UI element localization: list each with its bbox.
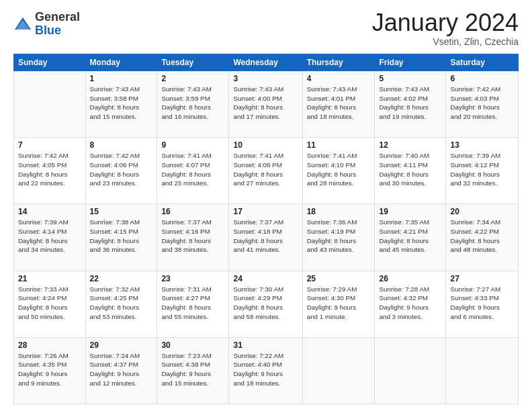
calendar-cell: 18Sunrise: 7:36 AM Sunset: 4:19 PM Dayli… [302,204,375,271]
calendar-cell: 21Sunrise: 7:33 AM Sunset: 4:24 PM Dayli… [14,271,86,337]
calendar-cell: 17Sunrise: 7:37 AM Sunset: 4:18 PM Dayli… [229,204,302,271]
calendar-cell [375,337,446,404]
calendar-cell: 26Sunrise: 7:28 AM Sunset: 4:32 PM Dayli… [375,271,446,337]
calendar-cell: 10Sunrise: 7:41 AM Sunset: 4:08 PM Dayli… [229,138,302,204]
day-number: 11 [307,140,371,150]
day-info: Sunrise: 7:36 AM Sunset: 4:19 PM Dayligh… [307,218,371,255]
weekday-header: Wednesday [229,54,302,71]
day-number: 21 [18,274,81,283]
day-number: 6 [450,74,514,83]
day-info: Sunrise: 7:26 AM Sunset: 4:35 PM Dayligh… [18,351,81,388]
day-info: Sunrise: 7:43 AM Sunset: 3:59 PM Dayligh… [161,85,224,122]
day-number: 10 [233,140,298,150]
day-number: 16 [161,207,224,216]
day-info: Sunrise: 7:38 AM Sunset: 4:15 PM Dayligh… [90,218,153,255]
weekday-header: Tuesday [157,54,229,71]
day-info: Sunrise: 7:40 AM Sunset: 4:11 PM Dayligh… [379,151,441,188]
calendar-cell: 11Sunrise: 7:41 AM Sunset: 4:10 PM Dayli… [302,138,375,204]
day-info: Sunrise: 7:43 AM Sunset: 3:58 PM Dayligh… [90,85,153,122]
header: General Blue January 2024 Vsetin, Zlin, … [13,11,519,47]
day-number: 17 [233,207,298,216]
day-info: Sunrise: 7:43 AM Sunset: 4:01 PM Dayligh… [307,85,371,122]
logo-text: General Blue [35,11,80,38]
day-number: 31 [233,340,298,350]
day-number: 19 [379,207,441,216]
day-info: Sunrise: 7:41 AM Sunset: 4:10 PM Dayligh… [307,151,371,188]
day-number: 29 [90,340,153,350]
calendar-cell: 31Sunrise: 7:22 AM Sunset: 4:40 PM Dayli… [229,337,302,404]
day-number: 23 [161,274,224,283]
calendar-week-row: 21Sunrise: 7:33 AM Sunset: 4:24 PM Dayli… [14,271,519,337]
calendar-cell: 3Sunrise: 7:43 AM Sunset: 4:00 PM Daylig… [229,71,302,138]
weekday-header: Thursday [302,54,375,71]
calendar-cell: 1Sunrise: 7:43 AM Sunset: 3:58 PM Daylig… [85,71,157,138]
day-info: Sunrise: 7:23 AM Sunset: 4:38 PM Dayligh… [161,351,224,388]
logo-blue: Blue [35,24,80,38]
day-info: Sunrise: 7:43 AM Sunset: 4:02 PM Dayligh… [379,85,441,122]
day-info: Sunrise: 7:41 AM Sunset: 4:08 PM Dayligh… [233,151,298,188]
day-info: Sunrise: 7:24 AM Sunset: 4:37 PM Dayligh… [90,351,153,388]
weekday-header: Friday [375,54,446,71]
day-number: 15 [90,207,153,216]
day-info: Sunrise: 7:37 AM Sunset: 4:16 PM Dayligh… [161,218,224,255]
day-info: Sunrise: 7:41 AM Sunset: 4:07 PM Dayligh… [161,151,224,188]
calendar-cell: 12Sunrise: 7:40 AM Sunset: 4:11 PM Dayli… [375,138,446,204]
day-info: Sunrise: 7:30 AM Sunset: 4:29 PM Dayligh… [233,285,298,322]
day-number: 30 [161,340,224,350]
day-info: Sunrise: 7:43 AM Sunset: 4:00 PM Dayligh… [233,85,298,122]
calendar-cell: 4Sunrise: 7:43 AM Sunset: 4:01 PM Daylig… [302,71,375,138]
calendar-cell: 29Sunrise: 7:24 AM Sunset: 4:37 PM Dayli… [85,337,157,404]
calendar-cell: 28Sunrise: 7:26 AM Sunset: 4:35 PM Dayli… [14,337,86,404]
day-number: 14 [18,207,81,216]
calendar-cell: 30Sunrise: 7:23 AM Sunset: 4:38 PM Dayli… [157,337,229,404]
day-info: Sunrise: 7:42 AM Sunset: 4:03 PM Dayligh… [450,85,514,122]
calendar-cell: 6Sunrise: 7:42 AM Sunset: 4:03 PM Daylig… [446,71,519,138]
day-number: 2 [161,74,224,83]
day-info: Sunrise: 7:42 AM Sunset: 4:06 PM Dayligh… [90,151,153,188]
weekday-header: Saturday [446,54,519,71]
day-number: 12 [379,140,441,150]
day-info: Sunrise: 7:39 AM Sunset: 4:12 PM Dayligh… [450,151,514,188]
day-info: Sunrise: 7:37 AM Sunset: 4:18 PM Dayligh… [233,218,298,255]
calendar-week-row: 1Sunrise: 7:43 AM Sunset: 3:58 PM Daylig… [14,71,519,138]
location: Vsetin, Zlin, Czechia [372,36,519,47]
logo-icon [13,15,32,34]
day-number: 9 [161,140,224,150]
calendar-week-row: 28Sunrise: 7:26 AM Sunset: 4:35 PM Dayli… [14,337,519,404]
day-number: 22 [90,274,153,283]
calendar-cell: 14Sunrise: 7:39 AM Sunset: 4:14 PM Dayli… [14,204,86,271]
day-number: 20 [450,207,514,216]
calendar-cell: 15Sunrise: 7:38 AM Sunset: 4:15 PM Dayli… [85,204,157,271]
calendar-week-row: 7Sunrise: 7:42 AM Sunset: 4:05 PM Daylig… [14,138,519,204]
day-number: 18 [307,207,371,216]
logo: General Blue [13,11,80,38]
day-number: 4 [307,74,371,83]
calendar-header-row: SundayMondayTuesdayWednesdayThursdayFrid… [14,54,519,71]
day-number: 13 [450,140,514,150]
day-info: Sunrise: 7:31 AM Sunset: 4:27 PM Dayligh… [161,285,224,322]
calendar-cell: 25Sunrise: 7:29 AM Sunset: 4:30 PM Dayli… [302,271,375,337]
day-info: Sunrise: 7:27 AM Sunset: 4:33 PM Dayligh… [450,285,514,322]
calendar-cell: 22Sunrise: 7:32 AM Sunset: 4:25 PM Dayli… [85,271,157,337]
day-number: 25 [307,274,371,283]
day-info: Sunrise: 7:22 AM Sunset: 4:40 PM Dayligh… [233,351,298,388]
day-number: 5 [379,74,441,83]
day-info: Sunrise: 7:42 AM Sunset: 4:05 PM Dayligh… [18,151,81,188]
calendar-table: SundayMondayTuesdayWednesdayThursdayFrid… [13,54,519,404]
day-number: 8 [90,140,153,150]
calendar-cell: 13Sunrise: 7:39 AM Sunset: 4:12 PM Dayli… [446,138,519,204]
weekday-header: Sunday [14,54,86,71]
day-info: Sunrise: 7:29 AM Sunset: 4:30 PM Dayligh… [307,285,371,322]
day-info: Sunrise: 7:34 AM Sunset: 4:22 PM Dayligh… [450,218,514,255]
calendar-cell: 9Sunrise: 7:41 AM Sunset: 4:07 PM Daylig… [157,138,229,204]
day-info: Sunrise: 7:28 AM Sunset: 4:32 PM Dayligh… [379,285,441,322]
calendar-cell: 5Sunrise: 7:43 AM Sunset: 4:02 PM Daylig… [375,71,446,138]
day-number: 26 [379,274,441,283]
day-number: 28 [18,340,81,350]
day-info: Sunrise: 7:35 AM Sunset: 4:21 PM Dayligh… [379,218,441,255]
month-title: January 2024 [372,11,519,35]
day-info: Sunrise: 7:39 AM Sunset: 4:14 PM Dayligh… [18,218,81,255]
calendar-cell [446,337,519,404]
logo-general: General [35,11,80,24]
calendar-cell: 16Sunrise: 7:37 AM Sunset: 4:16 PM Dayli… [157,204,229,271]
